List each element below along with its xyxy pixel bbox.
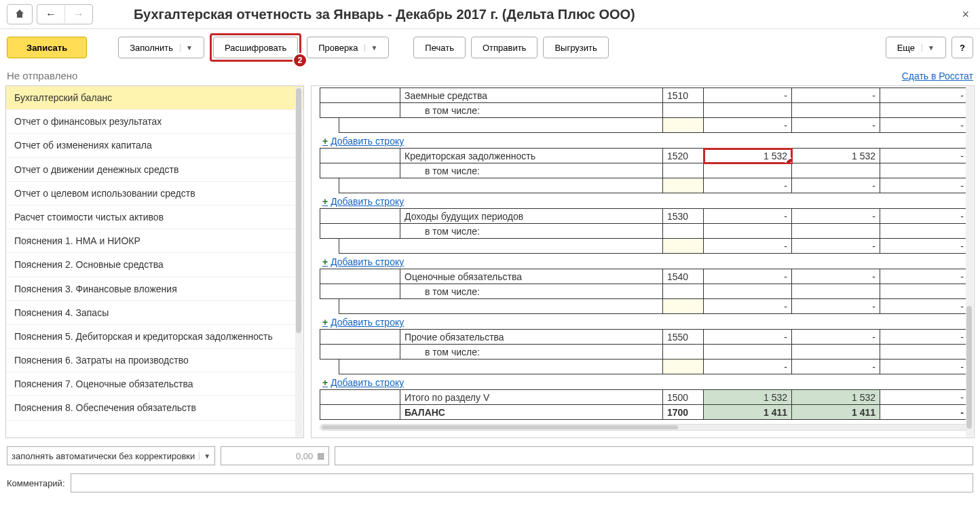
rosstat-link[interactable]: Сдать в Росстат <box>902 71 973 81</box>
fill-mode-combo[interactable]: заполнять автоматически без корректировк… <box>7 446 215 465</box>
row-total-section: Итого по разделу V <box>400 390 663 405</box>
including-label: в том числе: <box>400 163 663 178</box>
cell-value[interactable]: - <box>792 209 880 224</box>
content-vscroll[interactable] <box>966 87 973 437</box>
cell-value: 1 532 <box>792 390 880 405</box>
including-label: в том числе: <box>400 103 663 118</box>
sidebar-item-expl8[interactable]: Пояснения 8. Обеспечения обязательств <box>6 396 303 420</box>
sidebar-item-finresults[interactable]: Отчет о финансовых результатах <box>6 110 303 134</box>
cell-value[interactable]: - <box>792 269 880 284</box>
sidebar-scroll[interactable] <box>295 87 303 437</box>
sidebar-item-cashflow[interactable]: Отчет о движении денежных средств <box>6 158 303 182</box>
content-hscroll[interactable] <box>320 424 968 431</box>
nav-back-forward[interactable]: ← → <box>37 4 93 24</box>
sidebar-item-expl3[interactable]: Пояснения 3. Финансовые вложения <box>6 277 303 301</box>
comment-input[interactable] <box>71 473 974 492</box>
row-code: 1530 <box>663 209 704 224</box>
row-code: 1700 <box>663 405 704 420</box>
plus-icon: + <box>322 196 328 207</box>
sidebar-item-expl7[interactable]: Пояснения 7. Оценочные обязательства <box>6 372 303 396</box>
print-button[interactable]: Печать <box>413 37 466 58</box>
row-code: 1500 <box>663 390 704 405</box>
sidebar-item-expl5[interactable]: Пояснения 5. Дебиторская и кредиторская … <box>6 325 303 349</box>
chevron-down-icon: ▼ <box>180 44 193 52</box>
add-row-link[interactable]: +Добавить строку <box>322 256 404 267</box>
plus-icon: + <box>322 136 328 147</box>
row-code: 1550 <box>663 330 704 345</box>
chevron-down-icon: ▼ <box>922 44 935 52</box>
row-code: 1540 <box>663 269 704 284</box>
sidebar-item-expl2[interactable]: Пояснения 2. Основные средства <box>6 253 303 277</box>
calculator-icon: ▦ <box>317 451 324 461</box>
row-name: Кредиторская задолженность <box>400 149 663 163</box>
cell-value[interactable]: - <box>792 330 880 345</box>
cell-value: 1 411 <box>792 405 880 420</box>
cell-value: - <box>880 405 968 420</box>
help-button[interactable]: ? <box>951 37 973 58</box>
chevron-down-icon: ▼ <box>364 44 377 52</box>
aux-input[interactable] <box>335 446 973 465</box>
cell-value[interactable]: - <box>880 209 968 224</box>
sidebar-item-capital[interactable]: Отчет об изменениях капитала <box>6 134 303 157</box>
add-row-link[interactable]: +Добавить строку <box>322 136 404 147</box>
sidebar-item-balance[interactable]: Бухгалтерский баланс <box>6 86 303 110</box>
cell-value[interactable]: - <box>792 88 880 103</box>
sidebar-item-targets[interactable]: Отчет о целевом использовании средств <box>6 182 303 206</box>
row-name: Заемные средства <box>400 88 663 103</box>
add-row-link[interactable]: +Добавить строку <box>322 377 404 388</box>
including-label: в том числе: <box>400 345 663 359</box>
decipher-button[interactable]: Расшифровать <box>213 37 298 58</box>
home-button[interactable] <box>7 4 33 24</box>
cell-value: 1 411 <box>704 405 792 420</box>
sidebar-item-expl1[interactable]: Пояснения 1. НМА и НИОКР <box>6 229 303 253</box>
cell-value[interactable]: - <box>880 149 968 163</box>
status-text: Не отправлено <box>7 70 77 81</box>
write-button[interactable]: Записать <box>7 37 87 58</box>
send-button[interactable]: Отправить <box>471 37 538 58</box>
comment-label: Комментарий: <box>7 478 65 488</box>
cell-value[interactable]: - <box>704 330 792 345</box>
numeric-input[interactable]: 0,00 ▦ <box>221 446 329 465</box>
decipher-highlight: Расшифровать 2 <box>210 33 301 62</box>
cell-value[interactable]: - <box>704 269 792 284</box>
cell-value[interactable]: 1 532 <box>792 149 880 163</box>
cell-value[interactable]: - <box>880 330 968 345</box>
chevron-down-icon: ▼ <box>199 452 210 460</box>
add-row-link[interactable]: +Добавить строку <box>322 317 404 328</box>
cell-value[interactable]: - <box>704 209 792 224</box>
cell-value[interactable]: - <box>704 88 792 103</box>
row-name: Прочие обязательства <box>400 330 663 345</box>
cell-value[interactable]: - <box>880 269 968 284</box>
cell-value[interactable]: - <box>880 88 968 103</box>
row-code: 1520 <box>663 149 704 163</box>
close-button[interactable]: × <box>958 7 973 22</box>
check-button[interactable]: Проверка ▼ <box>307 37 389 58</box>
page-title: Бухгалтерская отчетность за Январь - Дек… <box>134 7 958 22</box>
back-icon[interactable]: ← <box>37 5 65 23</box>
forward-icon[interactable]: → <box>65 5 92 23</box>
cell-value: 1 532 <box>704 390 792 405</box>
cell-value-highlighted[interactable]: 1 532 1 <box>704 149 792 163</box>
sidebar-item-expl4[interactable]: Пояснения 4. Запасы <box>6 301 303 325</box>
more-button[interactable]: Еще ▼ <box>886 37 946 58</box>
sidebar: Бухгалтерский баланс Отчет о финансовых … <box>5 85 304 438</box>
content-pane: Заемные средства 1510 - - - в том числе:… <box>311 85 975 438</box>
row-code: 1510 <box>663 88 704 103</box>
unload-button[interactable]: Выгрузить <box>543 37 608 58</box>
row-name: Оценочные обязательства <box>400 269 663 284</box>
fill-button[interactable]: Заполнить ▼ <box>118 37 204 58</box>
plus-icon: + <box>322 317 328 328</box>
sidebar-item-expl6[interactable]: Пояснения 6. Затраты на производство <box>6 349 303 372</box>
including-label: в том числе: <box>400 284 663 299</box>
including-label: в том числе: <box>400 224 663 239</box>
sidebar-item-netassets[interactable]: Расчет стоимости чистых активов <box>6 206 303 229</box>
home-icon <box>14 8 25 21</box>
row-name: Доходы будущих периодов <box>400 209 663 224</box>
plus-icon: + <box>322 377 328 388</box>
plus-icon: + <box>322 256 328 267</box>
row-balance: БАЛАНС <box>400 405 663 420</box>
add-row-link[interactable]: +Добавить строку <box>322 196 404 207</box>
cell-value: - <box>880 390 968 405</box>
